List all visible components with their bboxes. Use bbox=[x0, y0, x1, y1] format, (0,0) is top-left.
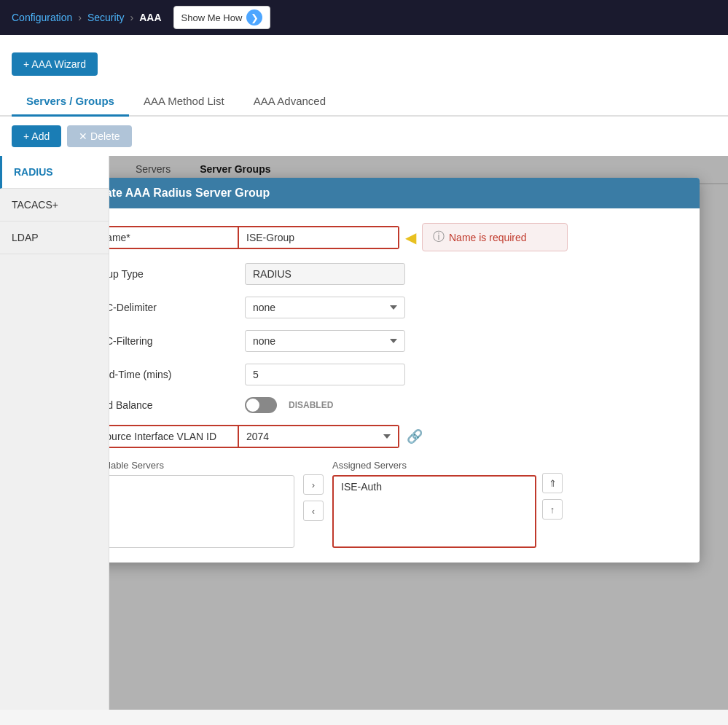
main-content: + AAA Wizard Servers / Groups AAA Method… bbox=[0, 35, 728, 710]
mac-filtering-label: MAC-Filtering bbox=[109, 335, 236, 347]
content-layout: RADIUS TACACS+ LDAP Servers Server Group… bbox=[0, 156, 728, 710]
source-interface-select[interactable]: 2074 bbox=[238, 426, 398, 447]
order-arrows-col: ⇑ ↑ bbox=[536, 460, 568, 520]
load-balance-toggle[interactable] bbox=[245, 397, 277, 413]
source-field-group: Source Interface VLAN ID 2074 bbox=[109, 425, 399, 448]
mac-filtering-row: MAC-Filtering none bbox=[109, 330, 682, 352]
arrow-indicator-icon: ◀ bbox=[405, 229, 416, 246]
nav-sep-2: › bbox=[130, 12, 134, 23]
top-navigation: Configuration › Security › AAA Show Me H… bbox=[0, 0, 728, 35]
group-type-row: Group Type bbox=[109, 263, 682, 285]
aaa-wizard-button[interactable]: + AAA Wizard bbox=[12, 52, 98, 76]
assigned-servers-label: Assigned Servers bbox=[332, 460, 536, 471]
move-right-button[interactable]: › bbox=[303, 474, 324, 495]
show-me-how-label: Show Me How bbox=[181, 12, 243, 23]
tab-aaa-method-list[interactable]: AAA Method List bbox=[129, 87, 239, 117]
mac-filtering-select[interactable]: none bbox=[245, 330, 405, 352]
available-servers-col: Available Servers bbox=[109, 460, 294, 548]
modal-body: Name* ◀ ⓘ Name is required Group Type bbox=[109, 208, 700, 563]
assigned-servers-box: ISE-Auth bbox=[332, 475, 536, 548]
error-badge: ⓘ Name is required bbox=[422, 223, 568, 251]
dead-time-label: Dead-Time (mins) bbox=[109, 369, 236, 380]
left-sidebar: RADIUS TACACS+ LDAP bbox=[0, 156, 109, 710]
dead-time-row: Dead-Time (mins) bbox=[109, 364, 682, 385]
name-input[interactable] bbox=[238, 227, 398, 248]
source-arrow-icon: 🔗 bbox=[407, 428, 423, 444]
wizard-section: + AAA Wizard bbox=[0, 47, 728, 87]
group-type-input bbox=[245, 263, 405, 285]
modal-overlay: Create AAA Radius Server Group Name* ◀ bbox=[109, 156, 728, 710]
name-label: Name* bbox=[109, 227, 238, 248]
tab-aaa-advanced[interactable]: AAA Advanced bbox=[239, 87, 340, 117]
mac-delimiter-select[interactable]: none bbox=[245, 297, 405, 318]
mac-delimiter-row: MAC-Delimiter none bbox=[109, 297, 682, 318]
modal-title: Create AAA Radius Server Group bbox=[109, 187, 270, 199]
dead-time-input[interactable] bbox=[245, 364, 405, 385]
nav-aaa: AAA bbox=[139, 12, 161, 23]
name-field-group: Name* bbox=[109, 226, 399, 249]
transfer-arrows-col: › ‹ bbox=[294, 474, 332, 521]
delete-button[interactable]: ✕ Delete bbox=[67, 125, 131, 147]
error-icon: ⓘ bbox=[433, 230, 445, 245]
sidebar-item-ldap[interactable]: LDAP bbox=[0, 222, 109, 254]
action-row: + Add ✕ Delete bbox=[0, 117, 728, 156]
available-servers-box bbox=[109, 475, 294, 548]
assigned-servers-col: Assigned Servers ISE-Auth bbox=[332, 460, 536, 548]
modal-dialog: Create AAA Radius Server Group Name* ◀ bbox=[109, 178, 700, 563]
available-servers-label: Available Servers bbox=[109, 460, 294, 471]
error-message: Name is required bbox=[449, 232, 527, 243]
load-balance-label: Load Balance bbox=[109, 399, 236, 411]
servers-section: Available Servers › ‹ Assi bbox=[109, 460, 682, 548]
source-interface-row: Source Interface VLAN ID 2074 🔗 bbox=[109, 425, 682, 448]
right-panel: Servers Server Groups Create AAA Radius … bbox=[109, 156, 728, 710]
load-balance-status: DISABLED bbox=[289, 400, 333, 410]
sidebar-item-tacacs[interactable]: TACACS+ bbox=[0, 189, 109, 222]
main-tabs: Servers / Groups AAA Method List AAA Adv… bbox=[0, 87, 728, 117]
add-button[interactable]: + Add bbox=[12, 125, 61, 147]
move-left-button[interactable]: ‹ bbox=[303, 501, 324, 521]
source-interface-label: Source Interface VLAN ID bbox=[109, 426, 238, 447]
modal-header: Create AAA Radius Server Group bbox=[109, 178, 700, 208]
show-me-how-button[interactable]: Show Me How ❯ bbox=[173, 6, 271, 29]
group-type-label: Group Type bbox=[109, 268, 236, 280]
nav-security[interactable]: Security bbox=[87, 12, 125, 23]
tab-servers-groups[interactable]: Servers / Groups bbox=[12, 87, 129, 117]
move-to-top-button[interactable]: ⇑ bbox=[542, 473, 563, 493]
nav-configuration[interactable]: Configuration bbox=[12, 12, 72, 23]
mac-delimiter-label: MAC-Delimiter bbox=[109, 302, 236, 313]
move-up-button[interactable]: ↑ bbox=[542, 499, 563, 520]
name-row: Name* ◀ ⓘ Name is required bbox=[109, 223, 682, 251]
load-balance-row: Load Balance DISABLED bbox=[109, 397, 682, 413]
assigned-server-item[interactable]: ISE-Auth bbox=[334, 477, 535, 497]
show-me-how-arrow-icon: ❯ bbox=[246, 9, 262, 26]
nav-sep-1: › bbox=[78, 12, 82, 23]
sidebar-item-radius[interactable]: RADIUS bbox=[0, 156, 109, 189]
